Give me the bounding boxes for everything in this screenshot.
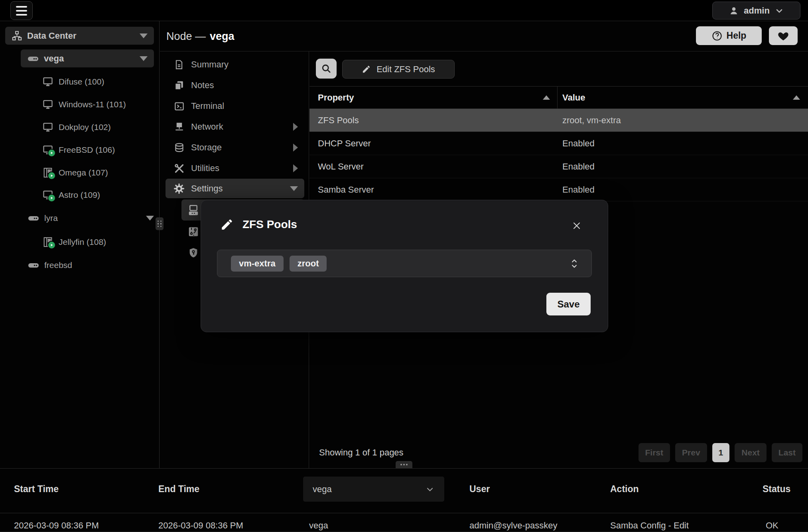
- gear-icon: [173, 183, 185, 195]
- node-filter-value: vega: [313, 484, 332, 495]
- nav-item-utilities[interactable]: Utilities: [166, 159, 304, 177]
- server-icon: [27, 212, 40, 224]
- circuit-board-icon: [187, 226, 199, 238]
- table-row-samba-server[interactable]: Samba Server Enabled: [309, 178, 808, 201]
- monitor-icon: [41, 144, 54, 156]
- audit-end-time: 2026-03-09 08:36 PM: [158, 516, 243, 532]
- modal-title-label: ZFS Pools: [242, 218, 297, 231]
- panel-resize-handle[interactable]: [396, 461, 412, 468]
- nav-item-settings[interactable]: Settings: [166, 179, 304, 198]
- nav-item-label: Summary: [191, 59, 229, 70]
- value-cell: Enabled: [562, 132, 595, 155]
- hamburger-menu-button[interactable]: [10, 1, 33, 20]
- audit-node-filter-select[interactable]: vega: [303, 477, 444, 502]
- chevron-down-icon: [146, 216, 154, 221]
- pagination-first-button[interactable]: First: [639, 443, 670, 462]
- search-icon: [321, 63, 332, 74]
- audit-user: admin@sylve-passkey: [469, 516, 557, 532]
- pencil-icon: [362, 65, 371, 74]
- nav-item-label: Notes: [191, 80, 214, 91]
- pagination-last-button[interactable]: Last: [772, 443, 802, 462]
- chevrons-up-down-icon: [569, 258, 579, 270]
- save-button[interactable]: Save: [546, 293, 591, 315]
- monitor-icon: [41, 189, 54, 201]
- sidebar-item-node-vega[interactable]: vega: [21, 49, 154, 67]
- nav-item-network[interactable]: Network: [166, 118, 304, 136]
- help-label: Help: [727, 30, 747, 41]
- running-play-icon: [47, 149, 56, 157]
- nav-item-summary[interactable]: Summary: [166, 55, 304, 74]
- table-row-dhcp-server[interactable]: DHCP Server Enabled: [309, 132, 808, 155]
- datacenter-label: Data Center: [27, 31, 76, 41]
- chevron-right-icon: [293, 164, 298, 172]
- sitemap-icon: [12, 30, 22, 41]
- property-cell: WoL Server: [318, 155, 364, 178]
- tree-item-label: freebsd: [44, 260, 72, 270]
- favorite-button[interactable]: [769, 26, 798, 45]
- server-icon: [27, 54, 39, 63]
- user-menu-button[interactable]: admin: [712, 2, 800, 20]
- pool-tag-zroot[interactable]: zroot: [290, 256, 327, 272]
- pagination-summary: Showing 1 of 1 pages: [319, 443, 404, 462]
- edit-zfs-pools-button[interactable]: Edit ZFS Pools: [342, 60, 455, 79]
- column-divider: [557, 87, 558, 108]
- running-play-icon: [47, 171, 56, 180]
- chevron-down-icon: [425, 485, 435, 494]
- nav-item-label: Network: [191, 122, 223, 132]
- pool-tag-vm-extra[interactable]: vm-extra: [231, 256, 284, 272]
- pagination-prev-button[interactable]: Prev: [675, 443, 707, 462]
- sidebar-item-vm-difuse[interactable]: Difuse (100): [41, 73, 154, 91]
- audit-start-time: 2026-03-09 08:36 PM: [14, 516, 99, 532]
- chevron-right-icon: [293, 144, 298, 152]
- terminal-icon: [173, 100, 185, 112]
- chevron-down-icon: [290, 186, 298, 191]
- tree-item-label: Omega (107): [59, 168, 108, 177]
- nav-item-label: Storage: [191, 142, 222, 153]
- value-cell: zroot, vm-extra: [562, 109, 621, 132]
- running-play-icon: [47, 241, 56, 249]
- pagination-next-button[interactable]: Next: [735, 443, 767, 462]
- heart-icon: [777, 30, 789, 42]
- sidebar-item-vm-windows-11[interactable]: Windows-11 (101): [41, 96, 154, 113]
- sidebar-item-vm-freebsd-106[interactable]: FreeBSD (106): [41, 141, 154, 159]
- audit-column-start-time: Start Time: [14, 483, 59, 495]
- value-cell: Enabled: [562, 155, 595, 178]
- column-header-property[interactable]: Property: [318, 87, 354, 108]
- sidebar-item-node-freebsd[interactable]: freebsd: [27, 256, 154, 274]
- pc-icon: [187, 204, 199, 216]
- pagination-current-page[interactable]: 1: [712, 443, 730, 462]
- sidebar-item-vm-dokploy[interactable]: Dokploy (102): [41, 118, 154, 136]
- tree-item-label: Astro (109): [59, 190, 100, 200]
- sidebar-item-datacenter[interactable]: Data Center: [5, 27, 154, 45]
- search-button[interactable]: [316, 59, 337, 79]
- top-bar: admin: [0, 0, 808, 21]
- page-title-prefix: Node —: [166, 30, 206, 43]
- running-play-icon: [47, 194, 56, 202]
- shield-key-icon: [187, 247, 199, 259]
- sidebar-item-ct-jellyfin[interactable]: Jellyfin (108): [41, 233, 154, 251]
- chevron-right-icon: [293, 123, 298, 131]
- zfs-pools-multiselect[interactable]: vm-extra zroot: [217, 250, 592, 277]
- sidebar: Data Center vega Difuse (100) Windows-11…: [0, 21, 160, 468]
- monitor-icon: [41, 99, 54, 110]
- file-text-icon: [173, 59, 185, 71]
- modal-title: ZFS Pools: [220, 218, 297, 231]
- sidebar-item-node-lyra[interactable]: lyra: [27, 209, 154, 227]
- page-title: Node — vega: [166, 21, 235, 51]
- sort-asc-icon: [543, 95, 550, 100]
- nav-item-notes[interactable]: Notes: [166, 76, 304, 95]
- sidebar-item-ct-omega[interactable]: Omega (107): [41, 164, 154, 181]
- audit-column-end-time: End Time: [158, 483, 199, 495]
- close-icon[interactable]: [570, 219, 583, 232]
- nav-item-terminal[interactable]: Terminal: [166, 97, 304, 115]
- table-row-wol-server[interactable]: WoL Server Enabled: [309, 155, 808, 178]
- help-button[interactable]: Help: [696, 26, 762, 45]
- pages-icon: [173, 79, 185, 91]
- nav-item-label: Terminal: [191, 101, 224, 111]
- table-row-zfs-pools[interactable]: ZFS Pools zroot, vm-extra: [309, 109, 808, 132]
- chevron-down-icon: [140, 56, 148, 61]
- sidebar-item-vm-astro[interactable]: Astro (109): [41, 186, 154, 204]
- question-circle-icon: [711, 30, 723, 41]
- nav-item-storage[interactable]: Storage: [166, 138, 304, 157]
- column-header-value[interactable]: Value: [562, 87, 585, 108]
